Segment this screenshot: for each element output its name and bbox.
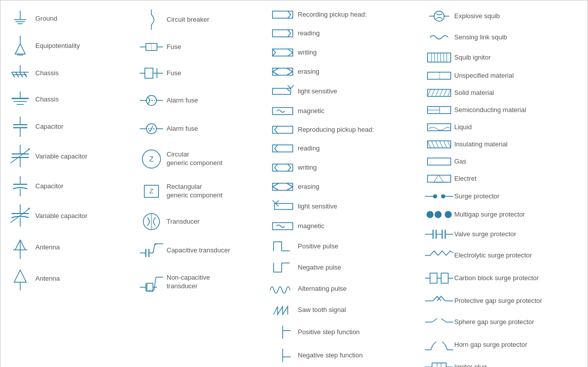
fuse2-label: Fuse [167,69,181,78]
svg-rect-95 [273,68,293,75]
pos-pulse-label: Positive pulse [298,242,338,251]
equipotentiality-label: Equipotentiality [35,42,80,50]
svg-line-103 [287,88,290,91]
column-4: Explosive squib Sensing link squib [422,6,588,367]
symbol-neg-pulse: Negative pulse [265,257,422,278]
liquid-icon [424,122,454,133]
circular-generic-icon: Z [136,148,167,170]
svg-line-98 [273,68,279,72]
igniter-plug-icon [424,360,454,367]
alarm-fuse1-label: Alarm fuse [167,96,198,105]
symbol-insulating: Insulating material [422,136,588,153]
svg-line-112 [275,164,278,168]
rph-magnetic-label: magnetic [298,107,325,116]
symbol-repro-erasing: erasing [265,177,422,196]
antenna1-label: Antenna [35,243,60,252]
svg-marker-5 [15,44,25,54]
electrolytic-surge-label: Electrolytic surge protector [454,251,532,260]
symbol-sphere-gap: Sphere gap surge protector [422,311,588,333]
column-1: Ground Equipotentiality [3,6,134,367]
svg-rect-155 [427,141,451,148]
svg-line-94 [273,53,276,56]
symbol-rect-generic: Z Rectangular generic component [134,175,265,207]
symbol-var-cap1: Variable capacitor [3,141,134,172]
symbol-chassis1: Chassis [3,60,134,86]
transducer-icon [136,211,167,233]
svg-line-146 [432,89,435,96]
repro-magnetic-label: magnetic [298,222,325,231]
svg-line-97 [287,72,293,75]
rect-generic-icon: Z [136,181,167,201]
svg-text:Z: Z [149,155,154,163]
ground-label: Ground [35,15,57,23]
symbol-fuse1: Fuse [134,34,265,60]
svg-marker-164 [434,175,444,182]
symbol-alarm-fuse2: Alarm fuse [134,115,265,143]
symbol-rph-writing: writing [265,43,422,62]
symbol-rph-erasing: erasing [265,62,422,81]
capacitor1-label: Capacitor [35,123,64,131]
svg-line-85 [288,11,291,15]
neg-step-icon [268,347,298,364]
symbol-igniter-plug: Igniter plug [422,357,588,367]
symbol-var-cap2: Variable capacitor [3,200,134,232]
squib-ignitor-icon [424,51,454,64]
repro-erasing-label: erasing [298,183,319,191]
svg-line-93 [273,49,276,53]
explosive-squib-label: Explosive squib [454,12,500,21]
symbol-equipotentiality: Equipotentiality [3,32,134,60]
svg-line-157 [432,141,435,148]
svg-line-110 [275,148,278,152]
svg-line-148 [440,89,443,96]
svg-line-113 [275,168,278,171]
electrolytic-surge-icon [424,248,454,263]
horn-gap-icon [424,336,454,354]
svg-line-119 [287,183,293,187]
ground-icon [5,9,35,29]
repro-writing-icon [268,162,298,173]
unspecified-icon [424,70,454,81]
solid-label: Solid material [454,89,494,97]
symbol-valve-surge: Valve surge protector [422,224,588,245]
rph-light-icon [268,84,298,98]
repro-light-label: light sensitive [298,202,337,211]
valve-surge-label: Valve surge protector [454,230,516,239]
surge-protector-icon [424,190,454,202]
multigap-surge-label: Multigap surge protector [454,211,525,219]
svg-line-118 [273,187,279,190]
svg-point-171 [445,211,452,218]
repro-writing-label: writing [298,164,317,172]
electret-label: Electret [454,175,476,183]
solid-icon [424,87,454,98]
svg-point-170 [435,211,442,218]
svg-line-91 [288,49,293,53]
protective-gap-icon [424,293,454,308]
symbol-protective-gap: Protective gap surge protector [422,290,588,311]
saw-tooth-label: Saw tooth signal [298,306,346,314]
symbol-saw-tooth: Saw tooth signal [265,299,422,321]
symbol-sensing-squib: Sensing link squib [422,27,588,48]
var-cap2-label: Variable capacitor [35,212,87,221]
chassis1-label: Chassis [35,69,59,78]
svg-marker-76 [154,243,156,245]
repro-light-icon [268,199,298,214]
svg-line-160 [444,141,447,148]
rph-erasing-label: erasing [298,68,319,76]
svg-line-82 [154,277,156,290]
svg-line-37 [15,240,20,250]
svg-rect-116 [273,183,293,190]
rph-writing-label: writing [298,48,317,57]
symbol-horn-gap: Horn gap surge protector [422,333,588,357]
svg-rect-108 [273,145,293,152]
symbol-explosive-squib: Explosive squib [422,6,588,27]
rph-reading-icon [268,28,298,39]
alarm-fuse2-icon [136,118,167,140]
symbol-ground: Ground [3,6,134,32]
svg-rect-183 [441,273,448,283]
var-cap1-label: Variable capacitor [35,152,87,161]
svg-line-106 [275,126,278,130]
column-2: Circuit breaker Fuse [134,6,265,367]
igniter-plug-label: Igniter plug [454,363,487,367]
svg-line-88 [288,30,291,33]
cap-transducer-icon [136,239,167,262]
